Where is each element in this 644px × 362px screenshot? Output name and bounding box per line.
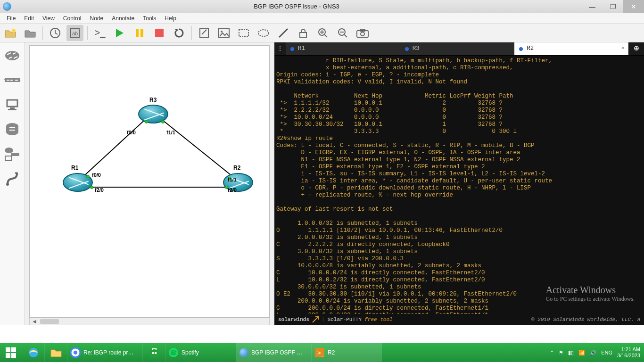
port-r3-f00 <box>145 120 148 123</box>
show-names-button[interactable]: ab <box>66 25 83 41</box>
svg-rect-35 <box>6 353 10 358</box>
terminal-tab-r2[interactable]: R2× <box>514 42 629 55</box>
close-button[interactable]: ✕ <box>623 0 644 13</box>
minimize-button[interactable]: — <box>582 0 603 13</box>
maximize-button[interactable]: ❐ <box>603 0 623 13</box>
tray-clock[interactable]: 1:21 AM 3/16/2023 <box>617 346 640 359</box>
tray-network-icon[interactable]: 📶 <box>578 350 585 356</box>
svg-rect-42 <box>152 352 154 354</box>
annotate-note-button[interactable] <box>196 25 213 41</box>
pause-all-button[interactable] <box>131 25 148 41</box>
draw-rect-button[interactable] <box>235 25 252 41</box>
svg-point-40 <box>74 351 77 354</box>
menu-help[interactable]: Help <box>161 14 180 23</box>
insert-image-button[interactable] <box>215 25 232 41</box>
topology-canvas[interactable]: R3 R1 R2 f0/0 f1/1 f0/0 f2/0 f1/1 f2/0 <box>29 45 270 318</box>
svg-point-18 <box>5 51 19 60</box>
tab-label: R1 <box>298 45 305 52</box>
terminal-menu-button[interactable]: ⋮ <box>274 42 286 55</box>
tray-language[interactable]: ENG <box>601 350 612 355</box>
stop-all-button[interactable] <box>151 25 168 41</box>
zoom-out-button[interactable] <box>334 25 351 41</box>
gns3-app-icon <box>239 348 248 357</box>
iflabel-r3-f11: f1/1 <box>166 130 175 135</box>
taskbar-label: BGP IBGP OSPF is... <box>251 349 303 356</box>
svg-rect-6 <box>155 29 164 37</box>
tray-volume-icon[interactable]: 🔊 <box>590 350 596 356</box>
draw-line-button[interactable] <box>275 25 292 41</box>
svg-rect-34 <box>11 347 16 352</box>
taskbar-chrome[interactable]: Re: iBGP route pre... <box>67 343 142 362</box>
open-project-button[interactable] <box>22 25 39 41</box>
terminal-tab-r3[interactable]: R3 <box>400 42 515 55</box>
svg-rect-33 <box>6 347 10 352</box>
switches-category-button[interactable] <box>3 71 22 90</box>
menu-control[interactable]: Control <box>59 14 85 23</box>
new-tab-button[interactable]: ⊕ <box>629 42 644 55</box>
label-r2: R2 <box>233 165 240 171</box>
status-dot-icon <box>519 47 523 51</box>
port-r1-f20 <box>90 186 93 189</box>
solarwinds-brand: solarwinds <box>278 316 309 323</box>
toolbar-divider <box>191 26 192 40</box>
status-dot-icon <box>405 47 409 51</box>
zoom-in-button[interactable] <box>314 25 331 41</box>
snapshot-button[interactable] <box>47 25 64 41</box>
port-r3-f11 <box>161 120 165 123</box>
start-button[interactable] <box>0 343 22 362</box>
end-devices-category-button[interactable] <box>3 95 22 114</box>
taskbar-ie[interactable] <box>22 343 44 362</box>
start-all-button[interactable] <box>111 25 128 41</box>
tab-label: R2 <box>527 45 534 52</box>
menu-edit[interactable]: Edit <box>20 14 38 23</box>
status-dot-icon <box>290 47 294 51</box>
svg-rect-10 <box>239 30 248 36</box>
solarputty-product: Solar-PuTTY <box>328 316 362 323</box>
lock-button[interactable] <box>295 25 312 41</box>
tray-time: 1:21 AM <box>617 346 640 353</box>
new-project-button[interactable] <box>2 25 19 41</box>
svg-point-26 <box>5 148 13 153</box>
all-devices-category-button[interactable] <box>3 144 22 163</box>
title-bar: BGP IBGP OSPF issue - GNS3 — ❐ ✕ <box>0 0 644 13</box>
svg-rect-4 <box>136 29 139 37</box>
canvas-horizontal-scrollbar[interactable]: ◄ <box>29 318 270 325</box>
taskbar-solarputty[interactable]: >_ R2 <box>311 343 382 362</box>
add-link-button[interactable] <box>3 169 22 188</box>
window-title: BGP IBGP OSPF issue - GNS3 <box>11 3 582 10</box>
taskbar-label: Spotify <box>182 349 199 356</box>
security-devices-category-button[interactable] <box>3 120 22 139</box>
system-tray[interactable]: ⌃ ⚑ ▮▯ 📶 🔊 ENG 1:21 AM 3/16/2023 <box>546 346 644 359</box>
menu-tools[interactable]: Tools <box>139 14 160 23</box>
taskbar-store[interactable] <box>142 343 165 362</box>
tray-battery-icon[interactable]: ▮▯ <box>568 350 574 356</box>
toolbar-divider <box>87 26 88 40</box>
iflabel-r2-f20: f2/0 <box>228 187 237 193</box>
screenshot-button[interactable] <box>354 25 371 41</box>
svg-rect-28 <box>5 156 12 160</box>
close-tab-icon[interactable]: × <box>621 45 625 52</box>
terminal-tab-r1[interactable]: R1 <box>286 42 400 55</box>
iflabel-r1-f00: f0/0 <box>92 172 101 178</box>
svg-rect-7 <box>200 29 208 37</box>
tab-label: R3 <box>413 45 420 52</box>
terminal-panel: ⋮ R1 R3 R2× ⊕ r RIB-failure, S Stale, m … <box>274 42 644 325</box>
terminal-tab-row: ⋮ R1 R3 R2× ⊕ <box>274 42 644 56</box>
draw-ellipse-button[interactable] <box>255 25 272 41</box>
tray-chevron-icon[interactable]: ⌃ <box>550 350 554 356</box>
menu-annotate[interactable]: Annotate <box>108 14 138 23</box>
solarwinds-logo-icon <box>312 316 319 323</box>
menu-node[interactable]: Node <box>86 14 107 23</box>
routers-category-button[interactable] <box>3 46 22 65</box>
taskbar-gns3[interactable]: BGP IBGP OSPF is... <box>236 343 311 362</box>
taskbar-explorer[interactable] <box>44 343 67 362</box>
menu-file[interactable]: File <box>3 14 19 23</box>
taskbar-spotify[interactable]: Spotify <box>165 343 236 362</box>
terminal-output[interactable]: r RIB-failure, S Stale, m multipath, b b… <box>274 56 644 314</box>
reload-all-button[interactable] <box>171 25 188 41</box>
menu-view[interactable]: View <box>39 14 58 23</box>
toolbar-divider <box>42 26 43 40</box>
console-all-button[interactable]: >_ <box>91 25 108 41</box>
tray-flag-icon[interactable]: ⚑ <box>559 350 563 356</box>
svg-point-0 <box>12 29 16 33</box>
